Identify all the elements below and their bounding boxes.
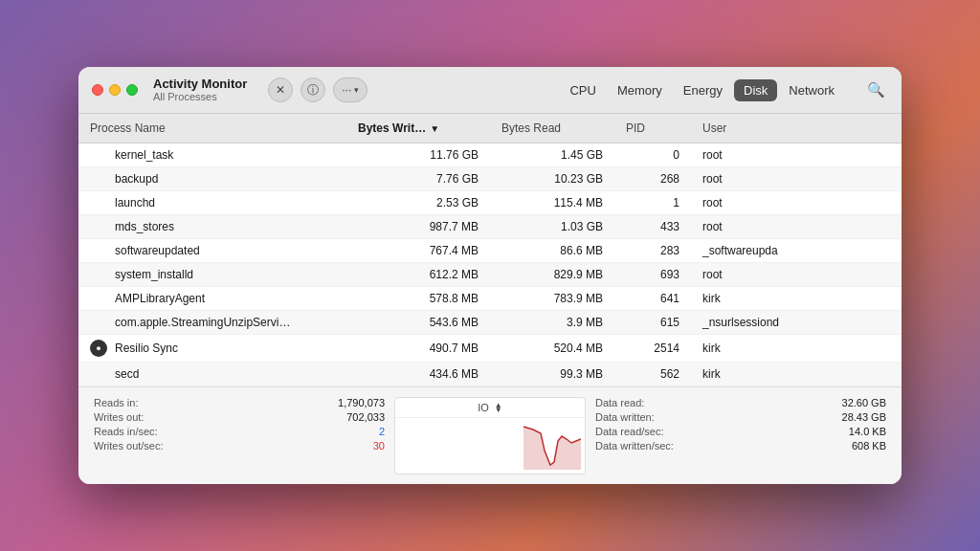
tab-disk[interactable]: Disk xyxy=(734,79,777,101)
process-name-cell: ●Resilio Sync xyxy=(78,335,346,362)
pid-cell: 0 xyxy=(614,143,691,166)
stat-reads-in-sec: Reads in/sec: 2 xyxy=(94,426,385,437)
resilio-icon: ● xyxy=(90,340,107,357)
user-cell: root xyxy=(691,191,835,214)
maximize-button[interactable] xyxy=(126,84,138,96)
col-header-name[interactable]: Process Name xyxy=(78,118,346,139)
table-header: Process Name Bytes Writ… ▼ Bytes Read PI… xyxy=(78,114,902,143)
pid-cell: 1 xyxy=(614,191,691,214)
bytes-read-cell: 10.23 GB xyxy=(490,167,614,190)
process-name-cell: softwareupdated xyxy=(78,239,346,262)
data-written-sec-value: 608 KB xyxy=(852,440,886,452)
reads-in-sec-label: Reads in/sec: xyxy=(94,426,158,437)
data-read-sec-label: Data read/sec: xyxy=(595,426,664,437)
writes-out-label: Writes out: xyxy=(94,411,144,423)
writes-out-sec-value: 30 xyxy=(373,440,385,452)
table-row[interactable]: ●Resilio Sync490.7 MB520.4 MB2514kirk xyxy=(78,335,902,363)
col-header-bytes-read[interactable]: Bytes Read xyxy=(490,118,614,139)
bytes-read-cell: 3.9 MB xyxy=(490,311,614,334)
process-name: softwareupdated xyxy=(115,244,200,257)
stats-left: Reads in: 1,790,073 Writes out: 702,033 … xyxy=(94,397,385,474)
pid-cell: 641 xyxy=(614,287,691,310)
bytes-read-cell: 86.6 MB xyxy=(490,239,614,262)
bytes-written-cell: 578.8 MB xyxy=(346,287,490,310)
process-name: backupd xyxy=(115,172,158,186)
reads-in-value: 1,790,073 xyxy=(338,397,385,408)
close-action-button[interactable]: ✕ xyxy=(268,77,293,102)
stat-writes-out: Writes out: 702,033 xyxy=(94,411,385,423)
tab-nav: CPU Memory Energy Disk Network xyxy=(560,79,844,101)
user-cell: root xyxy=(691,215,835,238)
stat-writes-out-sec: Writes out/sec: 30 xyxy=(94,440,385,452)
col-header-pid[interactable]: PID xyxy=(614,118,691,139)
reads-in-label: Reads in: xyxy=(94,397,138,408)
ellipsis-icon: ··· xyxy=(342,83,351,97)
process-name: system_installd xyxy=(115,268,193,281)
user-cell: root xyxy=(691,167,835,190)
traffic-lights xyxy=(92,84,138,96)
bytes-written-cell: 987.7 MB xyxy=(346,215,490,238)
pid-cell: 2514 xyxy=(614,337,691,360)
user-cell: kirk xyxy=(691,287,835,310)
bytes-written-cell: 7.76 GB xyxy=(346,167,490,190)
process-name-cell: com.apple.StreamingUnzipServi… xyxy=(78,311,346,334)
process-name: AMPLibraryAgent xyxy=(115,292,205,305)
user-cell: root xyxy=(691,143,835,166)
process-name: launchd xyxy=(115,196,155,209)
writes-out-value: 702,033 xyxy=(346,411,385,423)
info-button[interactable]: ⓘ xyxy=(301,77,325,102)
io-label: IO xyxy=(478,402,489,413)
stats-right: Data read: 32.60 GB Data written: 28.43 … xyxy=(595,397,886,474)
close-button[interactable] xyxy=(92,84,103,96)
pid-cell: 562 xyxy=(614,363,691,386)
pid-cell: 693 xyxy=(614,263,691,286)
bytes-written-cell: 434.6 MB xyxy=(346,363,490,386)
process-name: Resilio Sync xyxy=(115,342,178,355)
process-name-cell: secd xyxy=(78,363,346,386)
bytes-read-cell: 1.45 GB xyxy=(490,143,614,166)
data-read-sec-value: 14.0 KB xyxy=(849,426,886,437)
pid-cell: 615 xyxy=(614,311,691,334)
tab-cpu[interactable]: CPU xyxy=(560,79,605,101)
app-title-block: Activity Monitor All Processes xyxy=(153,77,247,104)
tab-energy[interactable]: Energy xyxy=(674,79,732,101)
user-cell: _nsurlsessiond xyxy=(691,311,835,334)
col-header-user[interactable]: User xyxy=(691,118,835,139)
process-name: mds_stores xyxy=(115,220,174,233)
data-written-label: Data written: xyxy=(595,411,655,423)
chevron-down-icon: ▾ xyxy=(354,85,359,95)
table-row[interactable]: com.apple.StreamingUnzipServi…543.6 MB3.… xyxy=(78,311,902,335)
minimize-button[interactable] xyxy=(109,84,121,96)
process-name-cell: system_installd xyxy=(78,263,346,286)
bytes-read-cell: 99.3 MB xyxy=(490,363,614,386)
toolbar-actions: ✕ ⓘ ··· ▾ xyxy=(268,77,368,102)
action-button[interactable]: ··· ▾ xyxy=(333,77,368,102)
io-selector[interactable]: ▲ ▼ xyxy=(495,403,502,413)
data-written-sec-label: Data written/sec: xyxy=(595,440,674,452)
process-name-cell: backupd xyxy=(78,167,346,190)
data-read-value: 32.60 GB xyxy=(842,397,886,408)
tab-memory[interactable]: Memory xyxy=(608,79,672,101)
table-row[interactable]: AMPLibraryAgent578.8 MB783.9 MB641kirk xyxy=(78,287,902,311)
tab-network[interactable]: Network xyxy=(779,79,844,101)
table-row[interactable]: secd434.6 MB99.3 MB562kirk xyxy=(78,363,902,386)
col-header-bytes-written[interactable]: Bytes Writ… ▼ xyxy=(346,118,490,139)
stats-bar: Reads in: 1,790,073 Writes out: 702,033 … xyxy=(78,386,902,484)
user-cell: _softwareupda xyxy=(691,239,835,262)
table-body: kernel_task11.76 GB1.45 GB0rootbackupd7.… xyxy=(78,143,902,386)
bytes-read-cell: 829.9 MB xyxy=(490,263,614,286)
x-icon: ✕ xyxy=(276,83,285,97)
search-button[interactable]: 🔍 xyxy=(863,77,888,102)
data-written-value: 28.43 GB xyxy=(842,411,886,423)
table-row[interactable]: softwareupdated767.4 MB86.6 MB283_softwa… xyxy=(78,239,902,263)
table-row[interactable]: system_installd612.2 MB829.9 MB693root xyxy=(78,263,902,287)
stat-data-read: Data read: 32.60 GB xyxy=(595,397,886,408)
table-row[interactable]: mds_stores987.7 MB1.03 GB433root xyxy=(78,215,902,239)
table-row[interactable]: launchd2.53 GB115.4 MB1root xyxy=(78,191,902,215)
bytes-written-cell: 2.53 GB xyxy=(346,191,490,214)
table-row[interactable]: backupd7.76 GB10.23 GB268root xyxy=(78,167,902,191)
table-row[interactable]: kernel_task11.76 GB1.45 GB0root xyxy=(78,143,902,167)
bytes-read-cell: 783.9 MB xyxy=(490,287,614,310)
user-cell: root xyxy=(691,263,835,286)
process-name-cell: mds_stores xyxy=(78,215,346,238)
